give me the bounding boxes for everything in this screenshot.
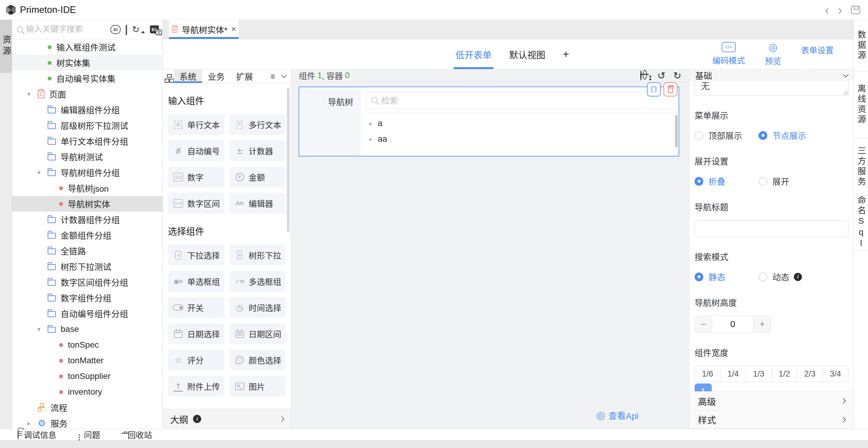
tab-数据源[interactable]: 数据源	[854, 20, 868, 71]
tree-item[interactable]: 全链路	[12, 243, 162, 259]
refresh-icon[interactable]: ↻	[132, 24, 140, 35]
tree-item[interactable]: 计数器组件分组	[12, 212, 162, 227]
translate-icon[interactable]: En	[150, 25, 159, 33]
palette-item-下拉选择[interactable]: ∨ 下拉选择	[168, 245, 224, 266]
forward-icon[interactable]: ›	[838, 5, 842, 14]
tab-离线资源[interactable]: 离线资源	[854, 71, 868, 138]
caret-right-icon[interactable]: ▸	[369, 136, 372, 142]
tree-item[interactable]: 数字区间组件分组	[12, 274, 162, 290]
tree-item[interactable]: 自动编号组件分组	[12, 306, 162, 321]
palette-item-树形下拉[interactable]: ≡ 树形下拉	[229, 245, 286, 266]
palette-tab-系统[interactable]: 系统	[174, 69, 202, 83]
preview-button[interactable]: ◎ 预览	[765, 42, 781, 67]
bottom-bar-调试信息[interactable]: 调试信息	[18, 429, 56, 441]
nav-title-input[interactable]	[694, 220, 848, 237]
nav-tree-component-selected[interactable]: 导航树 检索 ▸ a ▸ aa	[299, 87, 679, 157]
palette-scrollbar[interactable]	[287, 88, 289, 232]
chevron-down-icon[interactable]	[281, 72, 286, 78]
radio-search-mode-静态[interactable]: 静态	[694, 271, 758, 283]
palette-item-日期区间[interactable]: 日期区间	[229, 323, 286, 344]
view-api-link[interactable]: ◎ 查看Api	[596, 409, 639, 421]
save-icon[interactable]	[851, 6, 860, 14]
tree-item[interactable]: ▸ ⚙ 服务	[12, 415, 162, 429]
palette-item-多选框组[interactable]: ✓≡ 多选框组	[229, 271, 286, 292]
width-option-1/2[interactable]: 1/2	[772, 366, 797, 382]
palette-item-数字[interactable]: 123 数字	[168, 166, 224, 188]
tree-expander-icon[interactable]: ▸	[27, 420, 38, 427]
view-tab-低开表单[interactable]: 低开表单	[456, 39, 492, 69]
palette-item-时间选择[interactable]: ◷ 时间选择	[229, 297, 286, 318]
width-option-3/4[interactable]: 3/4	[823, 366, 848, 382]
width-option-1/3[interactable]: 1/3	[746, 366, 772, 382]
tree-item[interactable]: 金额组件分组	[12, 227, 162, 243]
tree-item[interactable]: 单行文本组件分组	[12, 133, 162, 149]
globe-icon[interactable]	[640, 71, 642, 80]
palette-item-自动编号[interactable]: # 自动编号	[168, 140, 224, 161]
palette-item-开关[interactable]: 开关	[168, 297, 224, 318]
tree-item[interactable]: tonSupplier	[12, 369, 162, 384]
bottom-bar-回收站[interactable]: 回收站	[122, 429, 152, 441]
palette-item-颜色选择[interactable]: 颜色选择	[229, 349, 286, 371]
advanced-section-header[interactable]: 高级	[689, 391, 854, 410]
tree-expander-icon[interactable]: ▾	[37, 169, 48, 176]
tree-item[interactable]: 数字组件分组	[12, 290, 162, 306]
document-tab[interactable]: 导航树实体* ×	[169, 20, 239, 39]
radio-search-mode-动态[interactable]: 动态 i	[758, 271, 802, 283]
tree-item[interactable]: 导航树实体	[12, 196, 162, 212]
palette-item-数字区间[interactable]: 1~3 数字区间	[168, 193, 224, 214]
tree-item[interactable]: ▾ 导航树组件分组	[12, 165, 162, 180]
tab-命名Sql[interactable]: 命名Sql	[854, 195, 868, 251]
palette-item-单选框组[interactable]: ◉≡ 单选框组	[168, 271, 224, 292]
stepper-value[interactable]: 0	[712, 316, 753, 332]
tree-item[interactable]: 流程	[12, 400, 162, 415]
outline-bar[interactable]: 大纲 i	[163, 409, 291, 429]
palette-item-计数器[interactable]: ± 计数器	[229, 140, 286, 161]
radio-menu-display-节点展示[interactable]: 节点展示	[758, 129, 806, 141]
back-icon[interactable]: ‹	[825, 5, 829, 14]
radio-expand-setting-折叠[interactable]: 折叠	[694, 175, 758, 187]
redo-icon[interactable]: ↻	[673, 70, 681, 82]
width-option-1/6[interactable]: 1/6	[695, 366, 720, 382]
list-icon[interactable]: ≣	[270, 73, 275, 80]
palette-item-单行文本[interactable]: A 单行文本	[168, 114, 224, 135]
form-settings-button[interactable]: 表单设置	[801, 42, 834, 67]
tab-三方服务[interactable]: 三方服务	[854, 138, 868, 195]
new-model-icon[interactable]	[126, 25, 127, 34]
data-source-textarea[interactable]: 无	[694, 82, 849, 96]
nav-tree-node[interactable]: ▸ aa	[366, 131, 674, 147]
palette-item-多行文本[interactable]: A 多行文本	[229, 114, 286, 135]
tree-item[interactable]: inventory	[12, 384, 162, 400]
tree-item[interactable]: 输入框组件测试	[12, 39, 162, 55]
style-section-header[interactable]: 样式	[689, 410, 854, 429]
tree-item[interactable]: 导航树测试	[12, 149, 162, 165]
info-icon[interactable]: i	[794, 273, 802, 281]
palette-item-金额[interactable]: ¥ 金额	[229, 166, 286, 188]
search-input[interactable]	[26, 25, 107, 34]
radio-expand-setting-展开[interactable]: 展开	[758, 175, 789, 187]
tab-resources[interactable]: 资源	[0, 20, 12, 73]
tree-item[interactable]: tonSpec	[12, 337, 162, 353]
tree-item[interactable]: ▾ base	[12, 321, 162, 337]
close-tab-icon[interactable]: ×	[231, 25, 236, 34]
tree-item[interactable]: ▾ 页面	[12, 86, 162, 102]
width-option-1/4[interactable]: 1/4	[720, 366, 746, 382]
radio-menu-display-顶部展示[interactable]: 顶部展示	[694, 129, 758, 141]
component-search-box[interactable]: 检索	[366, 92, 674, 108]
tree-item[interactable]: 层级树形下拉测试	[12, 118, 162, 133]
component-tree-scrollbar[interactable]	[675, 115, 678, 148]
palette-item-图片[interactable]: 图片	[229, 376, 286, 397]
add-view-tab-button[interactable]: +	[563, 39, 569, 69]
palette-item-评分[interactable]: ☆ 评分	[168, 349, 224, 371]
width-option-2/3[interactable]: 2/3	[797, 366, 823, 382]
tree-expander-icon[interactable]: ▾	[27, 91, 38, 98]
tree-expander-icon[interactable]: ▾	[37, 326, 48, 333]
tree-item[interactable]: 树实体集	[12, 55, 162, 70]
ai-icon[interactable]: AI	[111, 25, 121, 34]
decrement-button[interactable]: −	[695, 316, 712, 332]
basic-section-header[interactable]: 基础	[689, 69, 854, 82]
palette-tab-业务[interactable]: 业务	[202, 69, 230, 83]
code-mode-button[interactable]: </> 编码模式	[712, 42, 745, 67]
palette-item-附件上传[interactable]: ↑ 附件上传	[168, 376, 224, 397]
palette-item-日期选择[interactable]: 日期选择	[168, 323, 224, 344]
caret-right-icon[interactable]: ▸	[369, 120, 372, 127]
